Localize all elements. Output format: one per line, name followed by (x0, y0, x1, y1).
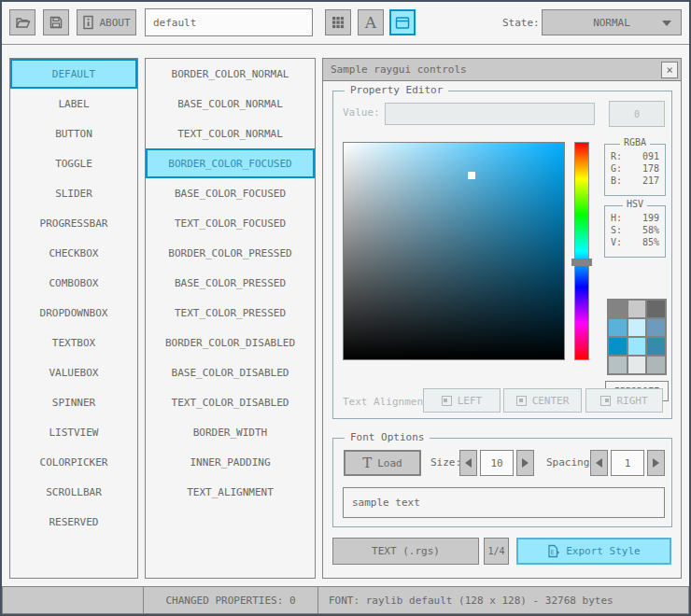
size-label: Size: (430, 456, 461, 469)
control-item-spinner[interactable]: SPINNER (10, 387, 137, 417)
control-item-valuebox[interactable]: VALUEBOX (10, 357, 137, 387)
rgba-group: RGBA R:091 G:178 B:217 (604, 144, 666, 196)
control-item-colorpicker[interactable]: COLORPICKER (10, 447, 137, 477)
property-item-inner-padding[interactable]: INNER_PADDING (146, 447, 315, 477)
control-item-scrollbar[interactable]: SCROLLBAR (10, 477, 137, 507)
page-indicator-button[interactable]: 1/4 (484, 538, 509, 565)
control-item-dropdownbox[interactable]: DROPDOWNBOX (10, 298, 137, 328)
arrow-right-icon (653, 458, 659, 468)
control-item-progressbar[interactable]: PROGRESSBAR (10, 208, 137, 238)
control-item-default[interactable]: DEFAULT (10, 59, 137, 89)
close-icon[interactable]: × (661, 62, 678, 78)
control-item-checkbox[interactable]: CHECKBOX (10, 238, 137, 268)
sample-text-value: sample text (352, 497, 420, 509)
size-decrement-button[interactable] (459, 450, 477, 476)
style-color-swatch[interactable] (609, 301, 627, 317)
text-t-icon: T (362, 455, 372, 471)
size-increment-button[interactable] (516, 450, 534, 476)
property-item-border-color-normal[interactable]: BORDER_COLOR_NORMAL (146, 59, 315, 89)
property-item-text-color-focused[interactable]: TEXT_COLOR_FOCUSED (146, 208, 315, 238)
window-panel-icon (395, 16, 410, 30)
style-color-swatch[interactable] (609, 319, 627, 336)
save-style-button[interactable] (43, 9, 69, 35)
property-item-base-color-focused[interactable]: BASE_COLOR_FOCUSED (146, 178, 315, 208)
align-center-icon (516, 396, 527, 406)
text-alignment-label: Text Alignment: (343, 396, 435, 408)
align-right-button[interactable]: RIGHT (585, 388, 663, 413)
property-item-text-color-normal[interactable]: TEXT_COLOR_NORMAL (146, 119, 315, 148)
align-left-button[interactable]: LEFT (423, 388, 501, 413)
style-color-swatch[interactable] (647, 338, 665, 355)
property-item-text-color-pressed[interactable]: TEXT_COLOR_PRESSED (146, 298, 315, 328)
control-item-button[interactable]: BUTTON (10, 119, 137, 148)
style-color-swatch[interactable] (628, 338, 646, 355)
controls-list: DEFAULTLABELBUTTONTOGGLESLIDERPROGRESSBA… (9, 58, 138, 579)
color-picker-cursor[interactable] (468, 172, 475, 179)
state-dropdown[interactable]: NORMAL (542, 9, 682, 35)
style-color-swatch[interactable] (647, 301, 665, 317)
style-color-swatch[interactable] (628, 319, 646, 336)
control-item-reserved[interactable]: RESERVED (10, 507, 137, 537)
about-button-label: ABOUT (99, 17, 130, 29)
about-button[interactable]: ABOUT (77, 9, 136, 35)
style-color-swatch[interactable] (628, 301, 646, 317)
export-format-button[interactable]: TEXT (.rgs) (332, 538, 479, 565)
info-icon (82, 15, 94, 30)
property-item-border-color-focused[interactable]: BORDER_COLOR_FOCUSED (146, 148, 315, 178)
style-color-swatch[interactable] (628, 357, 646, 373)
style-color-swatch[interactable] (609, 338, 627, 355)
value-input[interactable] (385, 103, 595, 125)
state-dropdown-value: NORMAL (593, 17, 630, 29)
spacing-decrement-button[interactable] (590, 450, 608, 476)
align-left-icon (442, 396, 452, 406)
property-item-base-color-pressed[interactable]: BASE_COLOR_PRESSED (146, 268, 315, 298)
sample-controls-window: Sample raygui controls × Property Editor… (322, 58, 682, 579)
property-item-base-color-normal[interactable]: BASE_COLOR_NORMAL (146, 89, 315, 119)
hsv-row-v: V:85% (611, 237, 659, 247)
control-item-listview[interactable]: LISTVIEW (10, 417, 137, 447)
hsv-group: HSV H:199 S:58% V:85% (604, 205, 666, 258)
color-saturation-value-square[interactable] (343, 142, 565, 360)
style-color-swatch[interactable] (609, 357, 627, 373)
status-bar: CHANGED PROPERTIES: 0 FONT: raylib defau… (2, 586, 689, 614)
hue-slider-handle[interactable] (571, 259, 592, 266)
font-options-group: Font Options T Load Size: 10 Spacing: 1 … (332, 438, 672, 527)
hue-slider-bar[interactable] (574, 142, 589, 360)
export-style-button[interactable]: E Export Style (516, 538, 671, 565)
property-item-border-width[interactable]: BORDER_WIDTH (146, 417, 315, 447)
open-style-button[interactable] (9, 9, 35, 35)
control-item-toggle[interactable]: TOGGLE (10, 148, 137, 178)
property-item-border-color-disabled[interactable]: BORDER_COLOR_DISABLED (146, 328, 315, 357)
style-color-swatch[interactable] (647, 357, 665, 373)
export-style-label: Export Style (566, 545, 640, 557)
control-item-slider[interactable]: SLIDER (10, 178, 137, 208)
font-view-button[interactable]: A (358, 9, 384, 35)
spacing-increment-button[interactable] (647, 450, 665, 476)
export-file-icon: E (547, 544, 559, 558)
style-color-swatch[interactable] (647, 319, 665, 336)
sample-window-titlebar[interactable]: Sample raygui controls × (323, 59, 681, 81)
arrow-left-icon (465, 458, 472, 468)
rgba-row-b: B:217 (611, 175, 659, 186)
property-item-base-color-disabled[interactable]: BASE_COLOR_DISABLED (146, 357, 315, 387)
style-name-value: default (153, 17, 196, 29)
status-empty-cell (2, 586, 144, 614)
style-name-input[interactable]: default (145, 8, 313, 36)
value-button[interactable]: 0 (609, 101, 665, 127)
sample-text-input[interactable]: sample text (343, 487, 665, 518)
spacing-value[interactable]: 1 (611, 450, 644, 476)
property-item-text-alignment[interactable]: TEXT_ALIGNMENT (146, 477, 315, 507)
controls-view-button[interactable] (389, 9, 416, 35)
align-center-button[interactable]: CENTER (503, 388, 582, 413)
control-item-combobox[interactable]: COMBOBOX (10, 268, 137, 298)
font-load-button[interactable]: T Load (344, 450, 421, 476)
property-item-border-color-pressed[interactable]: BORDER_COLOR_PRESSED (146, 238, 315, 268)
properties-list: BORDER_COLOR_NORMALBASE_COLOR_NORMALTEXT… (145, 58, 316, 579)
size-value[interactable]: 10 (480, 450, 514, 476)
control-item-label[interactable]: LABEL (10, 89, 137, 119)
style-table-view-button[interactable] (325, 9, 351, 35)
value-label: Value: (343, 106, 380, 119)
arrow-left-icon (596, 458, 602, 468)
property-item-text-color-disabled[interactable]: TEXT_COLOR_DISABLED (146, 387, 315, 417)
control-item-textbox[interactable]: TEXTBOX (10, 328, 137, 357)
